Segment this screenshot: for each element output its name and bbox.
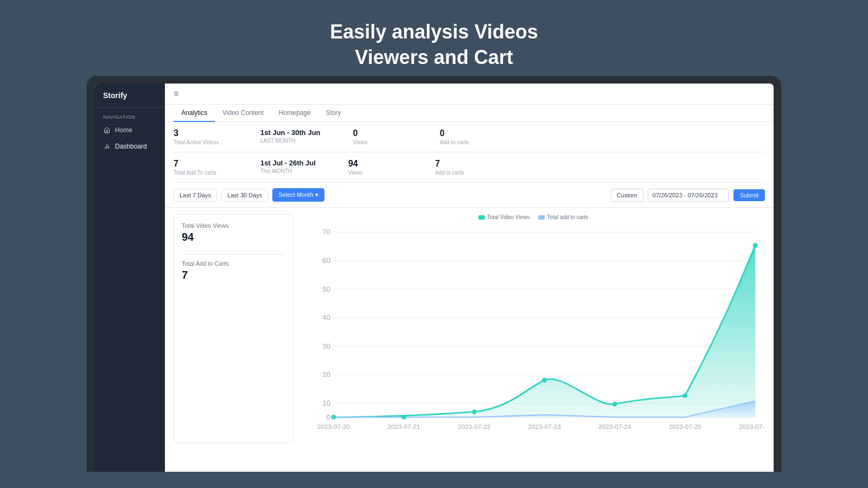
stat-active-videos: 3 Total Active Videos bbox=[174, 129, 228, 145]
chart-dot-6 bbox=[753, 243, 758, 248]
x-label-4: 2023-07-24 bbox=[598, 423, 631, 430]
tabs: Analytics Video Content Homepage Story bbox=[165, 105, 774, 122]
legend-views-color bbox=[478, 215, 485, 220]
stat-last-month-carts: 0 Add to carts bbox=[440, 129, 494, 145]
chart-container: Total Video Views Total add to carts bbox=[302, 214, 765, 443]
stat-last-month-views: 0 Views bbox=[353, 129, 407, 145]
hero-line1: Easily analysis Videos bbox=[330, 21, 538, 43]
svg-text:50: 50 bbox=[322, 285, 330, 293]
tab-homepage[interactable]: Homepage bbox=[271, 105, 318, 122]
topbar: ≡ bbox=[165, 84, 774, 105]
sidebar-item-home[interactable]: Home bbox=[94, 122, 165, 138]
tab-story[interactable]: Story bbox=[318, 105, 349, 122]
chart-svg-wrapper: 0 10 20 30 40 50 60 70 bbox=[302, 224, 765, 440]
chart-dot-1 bbox=[401, 415, 406, 420]
x-label-1: 2023-07-21 bbox=[387, 423, 420, 430]
legend-views: Total Video Views bbox=[478, 214, 530, 220]
chart-dot-5 bbox=[682, 393, 687, 398]
svg-text:60: 60 bbox=[322, 256, 330, 265]
svg-text:10: 10 bbox=[322, 399, 330, 407]
hero-line2: Viewers and Cart bbox=[355, 46, 513, 68]
sidebar-logo: Storify bbox=[94, 84, 165, 108]
legend-carts-label: Total add to carts bbox=[547, 214, 588, 220]
legend-views-label: Total Video Views bbox=[487, 214, 530, 220]
x-label-6: 2023-07-26 bbox=[739, 423, 765, 430]
svg-text:40: 40 bbox=[322, 313, 330, 322]
total-add-to-carts-metric: Total Add to Carts 7 bbox=[182, 260, 285, 281]
svg-text:30: 30 bbox=[322, 342, 330, 350]
submit-button[interactable]: Submit bbox=[733, 189, 765, 201]
sidebar: Storify NAVIGATION Home bbox=[94, 84, 165, 472]
main-content: ≡ Analytics Video Content Homepage Story bbox=[165, 84, 774, 472]
chart-dot-2 bbox=[472, 409, 477, 414]
laptop-screen: Storify NAVIGATION Home bbox=[94, 84, 774, 472]
sidebar-nav-label: NAVIGATION bbox=[94, 108, 165, 122]
chart-views-area bbox=[334, 245, 755, 417]
chart-icon bbox=[103, 143, 111, 150]
hamburger-icon[interactable]: ≡ bbox=[174, 89, 178, 99]
stat-this-month-carts: 7 Add to carts bbox=[435, 159, 489, 176]
stat-last-month-date: 1st Jun - 30th Jun LAST MONTH bbox=[260, 129, 321, 144]
date-range-input[interactable] bbox=[648, 189, 729, 202]
stats-row-1: 3 Total Active Videos 1st Jun - 30th Jun… bbox=[174, 122, 765, 152]
custom-button[interactable]: Custom bbox=[611, 189, 643, 202]
filter-bar: Last 7 Days Last 30 Days Select Month ▾ … bbox=[165, 183, 774, 208]
tab-video-content[interactable]: Video Content bbox=[215, 105, 271, 122]
x-label-2: 2023-07-22 bbox=[458, 423, 490, 430]
legend-carts-color bbox=[538, 215, 545, 220]
stat-add-to-carts: 7 Total Add To carts bbox=[174, 159, 228, 176]
x-label-5: 2023-07-25 bbox=[669, 423, 701, 430]
total-video-views-metric: Total Video Views 94 bbox=[182, 222, 285, 243]
tab-analytics[interactable]: Analytics bbox=[174, 105, 215, 122]
stats-section: 3 Total Active Videos 1st Jun - 30th Jun… bbox=[165, 122, 774, 183]
x-label-3: 2023-07-23 bbox=[528, 423, 561, 430]
sidebar-dashboard-label: Dashboard bbox=[115, 143, 147, 150]
analytics-area: Total Video Views 94 Total Add to Carts … bbox=[165, 208, 774, 450]
laptop-shell: Storify NAVIGATION Home bbox=[87, 76, 781, 472]
sidebar-home-label: Home bbox=[115, 126, 132, 134]
chart-dot-3 bbox=[542, 378, 547, 383]
sidebar-item-dashboard[interactable]: Dashboard bbox=[94, 138, 165, 155]
svg-text:0: 0 bbox=[327, 413, 330, 421]
stat-this-month-views: 94 Views bbox=[348, 159, 403, 176]
stats-row-2: 7 Total Add To carts 1st Jul - 26th Jul … bbox=[174, 152, 765, 183]
legend-carts: Total add to carts bbox=[538, 214, 588, 220]
x-label-0: 2023-07-20 bbox=[317, 423, 350, 430]
filter-7days-button[interactable]: Last 7 Days bbox=[174, 189, 217, 202]
chart-dot-4 bbox=[612, 402, 617, 407]
hero-section: Easily analysis Videos Viewers and Cart bbox=[0, 0, 868, 70]
stat-this-month-date: 1st Jul - 26th Jul This MONTH bbox=[260, 159, 316, 174]
svg-text:20: 20 bbox=[322, 371, 330, 379]
filter-30days-button[interactable]: Last 30 Days bbox=[221, 189, 268, 202]
svg-text:70: 70 bbox=[322, 228, 330, 236]
summary-card: Total Video Views 94 Total Add to Carts … bbox=[174, 214, 293, 443]
chart-dot-0 bbox=[331, 415, 336, 420]
chart-legend: Total Video Views Total add to carts bbox=[302, 214, 765, 220]
chart-svg: 0 10 20 30 40 50 60 70 bbox=[302, 224, 765, 440]
home-icon bbox=[103, 126, 111, 134]
filter-month-button[interactable]: Select Month ▾ bbox=[272, 188, 324, 202]
